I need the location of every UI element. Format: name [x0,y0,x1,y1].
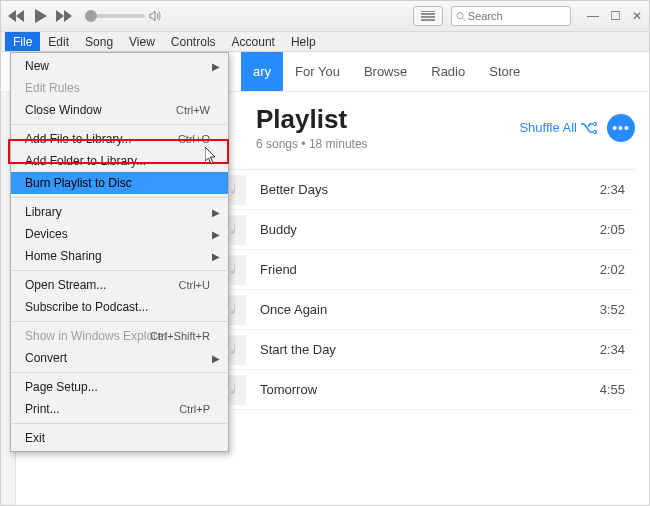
track-duration: 4:55 [600,382,635,397]
menu-account[interactable]: Account [224,32,283,51]
tab-library[interactable]: ary [241,52,283,91]
maximize-button[interactable]: ☐ [607,8,623,24]
menu-item-label: Exit [25,431,45,445]
submenu-arrow-icon: ▶ [212,353,220,364]
menu-item-shortcut: Ctrl+Shift+R [150,330,210,342]
menu-item-shortcut: Ctrl+O [178,133,210,145]
track-title: Tomorrow [260,382,600,397]
shuffle-label: Shuffle All [519,120,577,135]
submenu-arrow-icon: ▶ [212,207,220,218]
track-duration: 2:34 [600,342,635,357]
menu-item-subscribe-to-podcast[interactable]: Subscribe to Podcast... [11,296,228,318]
track-title: Friend [260,262,600,277]
menu-item-shortcut: Ctrl+U [179,279,210,291]
menu-item-label: Add File to Library... [25,132,132,146]
menu-item-label: Devices [25,227,68,241]
svg-line-1 [463,18,466,21]
menu-item-label: Subscribe to Podcast... [25,300,148,314]
tab-store[interactable]: Store [477,52,532,91]
submenu-arrow-icon: ▶ [212,251,220,262]
menu-item-close-window[interactable]: Close WindowCtrl+W [11,99,228,121]
menu-item-add-folder-to-library[interactable]: Add Folder to Library... [11,150,228,172]
search-input[interactable] [451,6,571,26]
track-title: Once Again [260,302,600,317]
menu-help[interactable]: Help [283,32,324,51]
menu-item-edit-rules: Edit Rules [11,77,228,99]
menubar: File Edit Song View Controls Account Hel… [1,32,649,52]
menu-item-label: New [25,59,49,73]
menu-item-shortcut: Ctrl+W [176,104,210,116]
menu-item-shortcut: Ctrl+P [179,403,210,415]
shuffle-all-button[interactable]: Shuffle All [519,120,597,135]
menu-item-label: Show in Windows Explorer [25,329,168,343]
previous-track-button[interactable] [5,5,27,27]
titlebar: — ☐ ✕ [1,1,649,32]
track-title: Better Days [260,182,600,197]
volume-icon [149,10,161,22]
more-actions-button[interactable]: ••• [607,114,635,142]
menu-item-label: Add Folder to Library... [25,154,146,168]
menu-item-devices[interactable]: Devices▶ [11,223,228,245]
menu-item-page-setup[interactable]: Page Setup... [11,376,228,398]
menu-item-label: Convert [25,351,67,365]
menu-item-label: Burn Playlist to Disc [25,176,132,190]
menu-item-print[interactable]: Print...Ctrl+P [11,398,228,420]
menu-separator [12,423,227,424]
menu-separator [12,372,227,373]
menu-item-label: Print... [25,402,60,416]
shuffle-icon [581,122,597,134]
menu-separator [12,321,227,322]
menu-item-label: Open Stream... [25,278,106,292]
search-field[interactable] [468,10,566,22]
menu-edit[interactable]: Edit [40,32,77,51]
menu-item-add-file-to-library[interactable]: Add File to Library...Ctrl+O [11,128,228,150]
menu-item-label: Edit Rules [25,81,80,95]
file-menu-dropdown: New▶Edit RulesClose WindowCtrl+WAdd File… [10,52,229,452]
menu-file[interactable]: File [5,32,40,51]
menu-item-library[interactable]: Library▶ [11,201,228,223]
tab-browse[interactable]: Browse [352,52,419,91]
menu-view[interactable]: View [121,32,163,51]
cursor-icon [205,147,219,168]
volume-slider[interactable] [85,14,145,18]
menu-item-open-stream[interactable]: Open Stream...Ctrl+U [11,274,228,296]
menu-item-home-sharing[interactable]: Home Sharing▶ [11,245,228,267]
menu-item-burn-playlist-to-disc[interactable]: Burn Playlist to Disc [11,172,228,194]
track-duration: 2:34 [600,182,635,197]
playlist-title: Playlist [256,104,519,135]
track-duration: 2:05 [600,222,635,237]
menu-separator [12,197,227,198]
svg-point-0 [457,12,463,18]
track-title: Start the Day [260,342,600,357]
playback-controls [5,5,161,27]
tab-radio[interactable]: Radio [419,52,477,91]
next-track-button[interactable] [53,5,75,27]
track-title: Buddy [260,222,600,237]
track-duration: 2:02 [600,262,635,277]
search-icon [456,11,466,22]
tab-for-you[interactable]: For You [283,52,352,91]
menu-item-label: Close Window [25,103,102,117]
submenu-arrow-icon: ▶ [212,229,220,240]
menu-item-convert[interactable]: Convert▶ [11,347,228,369]
submenu-arrow-icon: ▶ [212,61,220,72]
menu-item-new[interactable]: New▶ [11,55,228,77]
menu-item-show-in-windows-explorer: Show in Windows ExplorerCtrl+Shift+R [11,325,228,347]
menu-song[interactable]: Song [77,32,121,51]
menu-item-label: Page Setup... [25,380,98,394]
playlist-subtitle: 6 songs • 18 minutes [256,137,519,151]
list-view-button[interactable] [413,6,443,26]
play-button[interactable] [29,5,51,27]
menu-controls[interactable]: Controls [163,32,224,51]
menu-item-exit[interactable]: Exit [11,427,228,449]
close-button[interactable]: ✕ [629,8,645,24]
menu-item-label: Library [25,205,62,219]
menu-separator [12,124,227,125]
track-duration: 3:52 [600,302,635,317]
menu-item-label: Home Sharing [25,249,102,263]
minimize-button[interactable]: — [585,8,601,24]
menu-separator [12,270,227,271]
volume-control[interactable] [85,10,161,22]
